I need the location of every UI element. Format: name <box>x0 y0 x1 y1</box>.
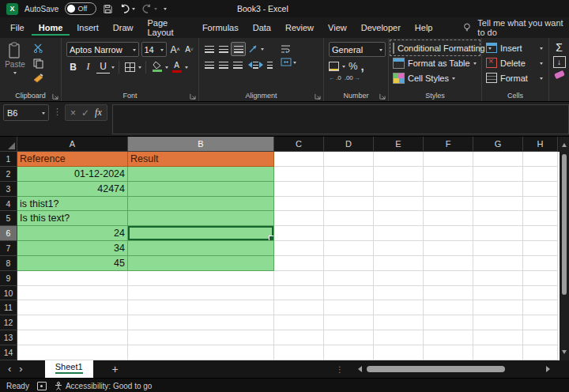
cell-G13[interactable] <box>473 330 523 345</box>
cell-F12[interactable] <box>424 315 473 330</box>
cell-H14[interactable] <box>523 345 558 360</box>
cell-H2[interactable] <box>523 167 558 182</box>
tab-draw[interactable]: Draw <box>106 20 141 36</box>
cell-C5[interactable] <box>274 211 324 226</box>
row-header-12[interactable]: 12 <box>0 315 17 330</box>
cell-E11[interactable] <box>374 300 424 315</box>
save-button[interactable] <box>103 4 113 14</box>
column-header-E[interactable]: E <box>374 137 424 152</box>
cell-B2[interactable] <box>128 167 274 182</box>
cell-B9[interactable] <box>128 271 274 286</box>
cell-B8[interactable] <box>128 256 274 271</box>
new-sheet-button[interactable]: + <box>112 363 119 375</box>
format-button[interactable]: Format <box>484 70 547 85</box>
formula-bar-splitter[interactable]: ⋮ <box>53 107 62 117</box>
conditional-formatting-button[interactable]: Conditional Formatting <box>390 40 480 55</box>
cell-A11[interactable] <box>17 300 128 315</box>
cell-C1[interactable] <box>274 152 324 167</box>
bottom-align-button[interactable] <box>231 42 246 56</box>
cell-B7[interactable] <box>128 241 274 256</box>
tab-help[interactable]: Help <box>408 20 440 36</box>
cell-B14[interactable] <box>128 345 274 360</box>
cell-A2[interactable]: 01-12-2024 <box>17 167 128 182</box>
font-color-dropdown-icon[interactable] <box>185 66 188 70</box>
cell-C12[interactable] <box>274 315 324 330</box>
cell-G3[interactable] <box>473 182 523 197</box>
tab-insert[interactable]: Insert <box>70 20 106 36</box>
cell-D11[interactable] <box>324 300 374 315</box>
scroll-left-icon[interactable] <box>355 366 362 372</box>
cell-H13[interactable] <box>523 330 558 345</box>
clear-button[interactable] <box>554 70 565 79</box>
number-format-combo[interactable]: General <box>329 42 386 57</box>
increase-decimal-button[interactable]: ←.0 <box>329 74 341 81</box>
formula-input[interactable] <box>112 104 569 134</box>
italic-button[interactable]: I <box>81 61 95 74</box>
cell-H9[interactable] <box>523 271 558 286</box>
cell-D12[interactable] <box>324 315 374 330</box>
cell-G4[interactable] <box>473 197 523 212</box>
cell-C8[interactable] <box>274 256 324 271</box>
cell-B4[interactable] <box>128 197 274 212</box>
cell-B10[interactable] <box>128 286 274 301</box>
cell-D5[interactable] <box>324 211 374 226</box>
cell-G2[interactable] <box>473 167 523 182</box>
cell-D10[interactable] <box>324 286 374 301</box>
insert-function-button[interactable]: fx <box>95 107 102 119</box>
vertical-scrollbar[interactable] <box>560 137 569 360</box>
record-macro-icon[interactable] <box>37 382 47 390</box>
autosave-toggle[interactable]: Off <box>65 2 96 15</box>
increase-indent-button[interactable] <box>259 58 273 71</box>
cell-F4[interactable] <box>424 197 473 212</box>
cell-H12[interactable] <box>523 315 558 330</box>
cell-F10[interactable] <box>424 286 473 301</box>
cell-B13[interactable] <box>128 330 274 345</box>
tab-page-layout[interactable]: Page Layout <box>140 15 194 40</box>
cell-C14[interactable] <box>274 345 324 360</box>
cell-A13[interactable] <box>17 330 128 345</box>
align-left-button[interactable] <box>202 58 216 71</box>
cell-E8[interactable] <box>374 256 424 271</box>
tab-formulas[interactable]: Formulas <box>195 20 246 36</box>
underline-dropdown-icon[interactable] <box>111 66 115 70</box>
redo-dropdown-icon[interactable] <box>154 8 157 12</box>
column-header-F[interactable]: F <box>424 137 473 152</box>
cell-G5[interactable] <box>473 211 523 226</box>
font-size-combo[interactable]: 14 <box>141 42 168 57</box>
cell-E5[interactable] <box>374 211 424 226</box>
orientation-button[interactable] <box>247 43 260 55</box>
cell-A8[interactable]: 45 <box>17 256 128 271</box>
cell-F14[interactable] <box>424 345 473 360</box>
font-name-combo[interactable]: Aptos Narrow <box>66 42 139 57</box>
cell-D9[interactable] <box>324 271 374 286</box>
cell-G9[interactable] <box>473 271 523 286</box>
cell-G14[interactable] <box>473 345 523 360</box>
cell-E3[interactable] <box>374 182 424 197</box>
insert-button[interactable]: Insert <box>484 40 547 55</box>
tab-developer[interactable]: Developer <box>354 20 408 36</box>
select-all-button[interactable] <box>0 137 17 152</box>
accessibility-status[interactable]: Accessibility: Good to go <box>55 382 153 390</box>
column-header-B[interactable]: B <box>128 137 274 152</box>
underline-button[interactable]: U <box>96 60 110 74</box>
cell-A12[interactable] <box>17 315 128 330</box>
tab-view[interactable]: View <box>321 20 354 36</box>
borders-dropdown-icon[interactable] <box>138 66 141 70</box>
cell-E14[interactable] <box>374 345 424 360</box>
clipboard-dialog-launcher-icon[interactable] <box>52 93 58 100</box>
cell-C7[interactable] <box>274 241 324 256</box>
cell-G8[interactable] <box>473 256 523 271</box>
cell-G1[interactable] <box>473 152 523 167</box>
cell-D14[interactable] <box>324 345 374 360</box>
align-right-button[interactable] <box>231 58 244 71</box>
cell-F13[interactable] <box>424 330 473 345</box>
row-header-5[interactable]: 5 <box>0 211 17 226</box>
format-painter-button[interactable] <box>32 72 45 85</box>
cell-F2[interactable] <box>424 167 473 182</box>
cell-D8[interactable] <box>324 256 374 271</box>
font-color-button[interactable]: A <box>170 61 183 74</box>
cell-H5[interactable] <box>523 211 558 226</box>
cell-C11[interactable] <box>274 300 324 315</box>
fill-color-button[interactable] <box>150 61 164 74</box>
cell-C6[interactable] <box>274 226 324 241</box>
